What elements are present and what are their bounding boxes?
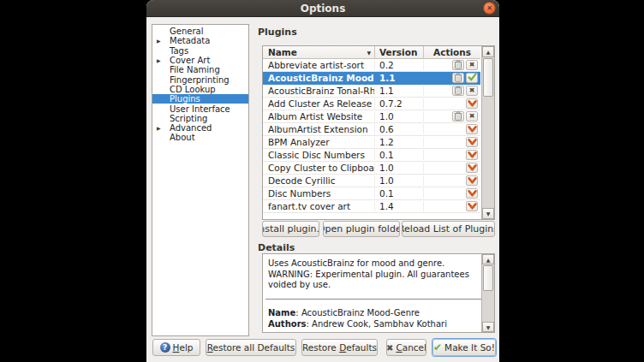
plugin-row[interactable]: Abbreviate artist-sort0.2✖ [263, 59, 480, 72]
scroll-up-icon[interactable]: ▲ [482, 46, 494, 57]
plugin-row[interactable]: BPM Analyzer1.2 [263, 136, 480, 149]
open-plugin-folder-button[interactable]: Open plugin folder [323, 221, 400, 237]
sidebar-item-label: About [170, 133, 195, 142]
details-scrollbar[interactable]: ▲ ▼ [481, 254, 494, 332]
restore-all-defaults-button[interactable]: Restore all Defaults [206, 339, 296, 356]
sidebar-item-file-naming[interactable]: File Naming [152, 65, 248, 74]
action-download-button[interactable] [466, 98, 478, 109]
close-icon[interactable]: ✕ [483, 2, 496, 15]
plugin-actions: ✖ [424, 86, 480, 96]
action-download-button[interactable] [466, 150, 478, 160]
plugin-actions [424, 150, 480, 160]
plugin-name: Copy Cluster to Clipboard [263, 163, 375, 173]
disable-x-icon: ✖ [469, 87, 475, 94]
plugins-table-scrollbar[interactable]: ▲ ▼ [481, 46, 494, 219]
action-trash-button[interactable] [452, 73, 464, 83]
plugin-row[interactable]: Decode Cyrillic1.0 [263, 175, 480, 187]
plugin-row[interactable]: AcousticBrainz Mood-Ge…1.1 [263, 72, 480, 85]
action-enable-button[interactable] [466, 73, 478, 83]
sidebar-item-fingerprinting[interactable]: Fingerprinting [152, 74, 248, 84]
install-plugin-button[interactable]: Install plugin... [262, 221, 319, 237]
plugin-row[interactable]: Copy Cluster to Clipboard1.0 [263, 162, 480, 175]
plugin-name: BPM Analyzer [263, 137, 375, 147]
reload-plugins-button[interactable]: Reload List of Plugins [402, 221, 495, 237]
sidebar-item-advanced[interactable]: ▶Advanced [152, 123, 248, 133]
sidebar-item-cover-art[interactable]: ▶Cover Art [152, 56, 248, 65]
action-download-button[interactable] [466, 201, 478, 211]
plugin-actions: ✖ [424, 60, 480, 70]
confirm-check-icon: ✔ [433, 342, 442, 353]
expand-arrow-icon[interactable]: ▶ [157, 57, 161, 63]
options-tree[interactable]: General▶MetadataTags▶Cover ArtFile Namin… [152, 24, 249, 336]
plugin-row[interactable]: Disc Numbers0.1 [263, 187, 480, 200]
plugin-name: AcousticBrainz Tonal-Rhyt… [263, 86, 375, 96]
action-download-button[interactable] [466, 124, 478, 134]
action-disable-button[interactable]: ✖ [466, 86, 478, 96]
action-download-button[interactable] [466, 188, 478, 199]
sort-indicator-icon[interactable]: ▼ [367, 50, 371, 56]
column-header-actions[interactable]: Actions [424, 46, 480, 58]
action-download-button[interactable] [466, 137, 478, 147]
expand-arrow-icon[interactable]: ▶ [157, 38, 161, 44]
download-chevron-icon [468, 150, 477, 160]
details-section-label: Details [258, 242, 295, 253]
scroll-down-icon[interactable]: ▼ [482, 322, 494, 332]
plugin-row[interactable]: Album Artist Website1.0✖ [263, 110, 480, 123]
sidebar-item-metadata[interactable]: ▶Metadata [152, 36, 248, 45]
plugin-version: 1.0 [375, 111, 424, 122]
plugin-meta-line: Authors: Andrew Cook, Sambhav Kothari [268, 318, 447, 329]
plugin-name: AcousticBrainz Mood-Ge… [263, 73, 375, 83]
plugin-actions: ✖ [424, 111, 480, 122]
plugins-table-body: Abbreviate artist-sort0.2✖AcousticBrainz… [263, 59, 494, 213]
help-button[interactable]: ? Help [152, 339, 200, 356]
scrollbar-thumb[interactable] [483, 265, 493, 291]
plugin-meta-fields: Name: AcousticBrainz Mood-GenreAuthors: … [268, 307, 447, 329]
plugin-actions [424, 137, 480, 147]
action-disable-button[interactable]: ✖ [466, 60, 478, 70]
window-title: Options [146, 0, 499, 17]
plugin-actions [424, 98, 480, 109]
action-trash-button[interactable] [452, 86, 464, 96]
scroll-down-icon[interactable]: ▼ [482, 208, 494, 219]
action-trash-button[interactable] [452, 111, 464, 122]
sidebar-item-scripting[interactable]: Scripting [152, 114, 248, 123]
plugin-row[interactable]: AlbumArtist Extension0.6 [263, 123, 480, 136]
sidebar-item-label: Plugins [170, 94, 200, 104]
action-trash-button[interactable] [452, 60, 464, 70]
download-chevron-icon [468, 137, 477, 147]
expand-arrow-icon[interactable]: ▶ [157, 125, 161, 131]
sidebar-item-label: Scripting [170, 114, 207, 123]
sidebar-item-cd-lookup[interactable]: CD Lookup [152, 85, 248, 94]
options-dialog: Options ✕ General▶MetadataTags▶Cover Art… [146, 0, 499, 362]
plugin-version: 1.0 [375, 175, 424, 186]
plugin-version: 1.1 [375, 73, 424, 83]
sidebar-item-plugins[interactable]: Plugins [152, 94, 248, 104]
make-it-so-button[interactable]: ✔ Make It So! [432, 339, 496, 356]
titlebar[interactable]: Options ✕ [146, 0, 499, 17]
action-disable-button[interactable]: ✖ [466, 111, 478, 122]
action-download-button[interactable] [466, 175, 478, 186]
plugin-version: 0.2 [375, 60, 424, 70]
plugin-name: AlbumArtist Extension [263, 124, 375, 134]
column-header-version[interactable]: Version [375, 46, 424, 58]
plugin-row[interactable]: fanart.tv cover art1.4 [263, 200, 480, 213]
plugin-row[interactable]: Classic Disc Numbers0.1 [263, 149, 480, 162]
plugin-row[interactable]: AcousticBrainz Tonal-Rhyt…1.1✖ [263, 85, 480, 98]
scroll-up-icon[interactable]: ▲ [482, 254, 494, 264]
sidebar-item-tags[interactable]: Tags [152, 46, 248, 56]
sidebar-item-label: CD Lookup [170, 85, 216, 94]
plugins-table[interactable]: Name ▼ Version Actions Abbreviate artist… [262, 45, 495, 220]
restore-defaults-button[interactable]: Restore Defaults [301, 339, 378, 356]
sidebar-item-label: Metadata [170, 36, 210, 45]
plugin-details-box[interactable]: Uses AcousticBrainz for mood and genre. … [262, 253, 495, 333]
plugin-version: 0.7.2 [375, 98, 424, 109]
column-header-name[interactable]: Name ▼ [263, 46, 375, 58]
action-download-button[interactable] [466, 163, 478, 173]
sidebar-item-general[interactable]: General [152, 27, 248, 36]
sidebar-item-user-interface[interactable]: User Interface [152, 104, 248, 113]
plugin-row[interactable]: Add Cluster As Release0.7.2 [263, 98, 480, 110]
scrollbar-thumb[interactable] [483, 58, 493, 97]
cancel-button[interactable]: ✖ Cancel [386, 339, 426, 356]
plugin-name: Add Cluster As Release [263, 98, 375, 109]
sidebar-item-about[interactable]: About [152, 133, 248, 142]
